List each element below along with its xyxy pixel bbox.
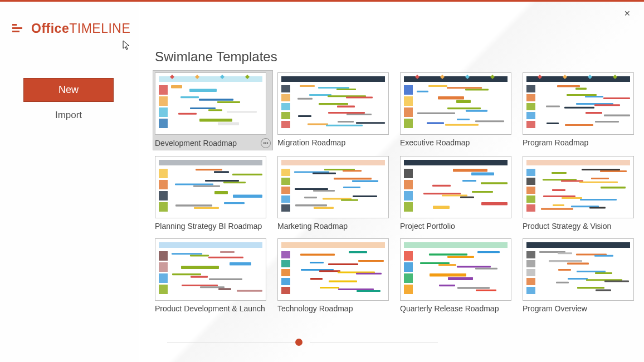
svg-rect-9 bbox=[199, 99, 233, 100]
svg-rect-155 bbox=[553, 204, 564, 206]
svg-rect-161 bbox=[220, 251, 235, 253]
template-tile[interactable]: Program Roadmap bbox=[523, 72, 638, 148]
template-tile[interactable]: Marketing Roadmap bbox=[277, 156, 393, 231]
svg-rect-150 bbox=[526, 195, 535, 203]
template-label-row: Executive Roadmap bbox=[400, 138, 516, 147]
svg-rect-97 bbox=[175, 204, 212, 206]
sidebar: New Import bbox=[23, 78, 114, 121]
brand-text-office: Office bbox=[31, 21, 69, 36]
svg-rect-82 bbox=[159, 160, 262, 165]
more-options-button[interactable]: ••• bbox=[261, 138, 271, 148]
pager[interactable] bbox=[295, 339, 303, 346]
svg-rect-174 bbox=[200, 286, 225, 288]
svg-rect-113 bbox=[353, 195, 377, 197]
svg-rect-139 bbox=[582, 169, 620, 170]
svg-rect-50 bbox=[438, 96, 464, 100]
svg-rect-211 bbox=[439, 285, 455, 286]
template-tile[interactable]: Quarterly Release Roadmap bbox=[400, 238, 516, 313]
pager-dot-active[interactable] bbox=[295, 339, 303, 346]
svg-rect-184 bbox=[328, 263, 358, 265]
svg-rect-79 bbox=[595, 121, 619, 123]
template-label: Program Overview bbox=[523, 304, 587, 313]
template-label-row: Quarterly Release Roadmap bbox=[400, 304, 516, 313]
template-tile[interactable]: Program Overview bbox=[523, 238, 638, 313]
template-label: Project Portfolio bbox=[400, 222, 455, 231]
svg-rect-216 bbox=[526, 251, 535, 258]
svg-rect-130 bbox=[472, 191, 493, 193]
svg-rect-137 bbox=[526, 160, 630, 165]
svg-rect-21 bbox=[281, 85, 290, 92]
svg-rect-193 bbox=[281, 287, 290, 294]
svg-rect-168 bbox=[159, 273, 168, 283]
svg-rect-58 bbox=[475, 120, 504, 122]
svg-rect-177 bbox=[281, 242, 385, 248]
template-tile[interactable]: Migration Roadmap bbox=[277, 72, 393, 148]
template-label: Planning Strategy BI Roadmap bbox=[155, 222, 262, 231]
svg-rect-228 bbox=[526, 278, 535, 285]
new-button[interactable]: New bbox=[23, 78, 114, 102]
svg-rect-22 bbox=[300, 85, 315, 87]
svg-rect-80 bbox=[547, 123, 559, 124]
svg-rect-185 bbox=[281, 269, 290, 276]
svg-rect-182 bbox=[358, 260, 384, 262]
svg-rect-140 bbox=[600, 170, 627, 172]
close-button[interactable]: ✕ bbox=[622, 7, 633, 20]
svg-rect-66 bbox=[526, 94, 535, 101]
pager-track-left bbox=[167, 342, 295, 343]
svg-rect-207 bbox=[404, 273, 413, 283]
svg-rect-88 bbox=[205, 180, 239, 182]
ellipsis-icon: ••• bbox=[263, 140, 268, 146]
template-thumbnail bbox=[155, 238, 266, 301]
svg-rect-100 bbox=[281, 169, 290, 176]
svg-rect-213 bbox=[476, 290, 496, 291]
page-title: Swimlane Templates bbox=[155, 49, 640, 65]
mouse-cursor-icon bbox=[123, 40, 131, 54]
svg-rect-192 bbox=[329, 281, 357, 283]
template-tile[interactable]: Product Development & Launch bbox=[155, 238, 271, 313]
svg-rect-165 bbox=[159, 262, 168, 272]
template-tile[interactable]: Development Roadmap••• bbox=[153, 70, 273, 150]
template-thumbnail bbox=[155, 72, 266, 135]
template-tile[interactable]: Planning Strategy BI Roadmap bbox=[155, 156, 271, 231]
svg-rect-48 bbox=[417, 91, 428, 92]
svg-rect-107 bbox=[352, 180, 378, 183]
svg-rect-99 bbox=[281, 160, 385, 165]
svg-rect-81 bbox=[565, 124, 593, 126]
template-tile[interactable]: Executive Roadmap bbox=[400, 72, 516, 148]
template-label-row: Development Roadmap••• bbox=[155, 138, 271, 148]
svg-rect-34 bbox=[328, 112, 365, 114]
svg-rect-51 bbox=[456, 100, 471, 104]
svg-rect-25 bbox=[281, 94, 290, 101]
svg-rect-104 bbox=[313, 173, 336, 174]
template-tile[interactable]: Technology Roadmap bbox=[277, 238, 393, 313]
svg-rect-191 bbox=[310, 278, 323, 280]
svg-rect-204 bbox=[438, 264, 456, 266]
svg-rect-89 bbox=[223, 182, 246, 183]
svg-rect-223 bbox=[567, 263, 589, 265]
template-label: Program Roadmap bbox=[523, 138, 588, 147]
svg-rect-220 bbox=[594, 255, 613, 257]
svg-rect-111 bbox=[313, 190, 335, 192]
svg-rect-171 bbox=[209, 278, 242, 280]
svg-rect-167 bbox=[181, 266, 219, 270]
svg-rect-158 bbox=[541, 208, 573, 210]
svg-rect-202 bbox=[404, 262, 413, 272]
svg-rect-234 bbox=[577, 287, 604, 289]
template-thumbnail bbox=[400, 156, 511, 218]
svg-rect-63 bbox=[526, 85, 535, 92]
template-tile[interactable]: Project Portfolio bbox=[400, 156, 516, 231]
svg-rect-141 bbox=[552, 172, 567, 174]
svg-rect-226 bbox=[577, 271, 606, 272]
svg-rect-112 bbox=[281, 195, 290, 203]
svg-rect-176 bbox=[237, 290, 262, 292]
svg-rect-124 bbox=[471, 173, 494, 176]
template-tile[interactable]: Product Strategy & Vision bbox=[523, 156, 638, 231]
svg-rect-147 bbox=[526, 187, 535, 194]
svg-rect-222 bbox=[549, 260, 582, 262]
import-button[interactable]: Import bbox=[23, 102, 114, 121]
svg-rect-92 bbox=[159, 191, 168, 200]
svg-rect-90 bbox=[175, 184, 213, 185]
svg-rect-14 bbox=[227, 111, 257, 113]
svg-rect-52 bbox=[404, 107, 413, 117]
template-label: Technology Roadmap bbox=[277, 304, 353, 313]
